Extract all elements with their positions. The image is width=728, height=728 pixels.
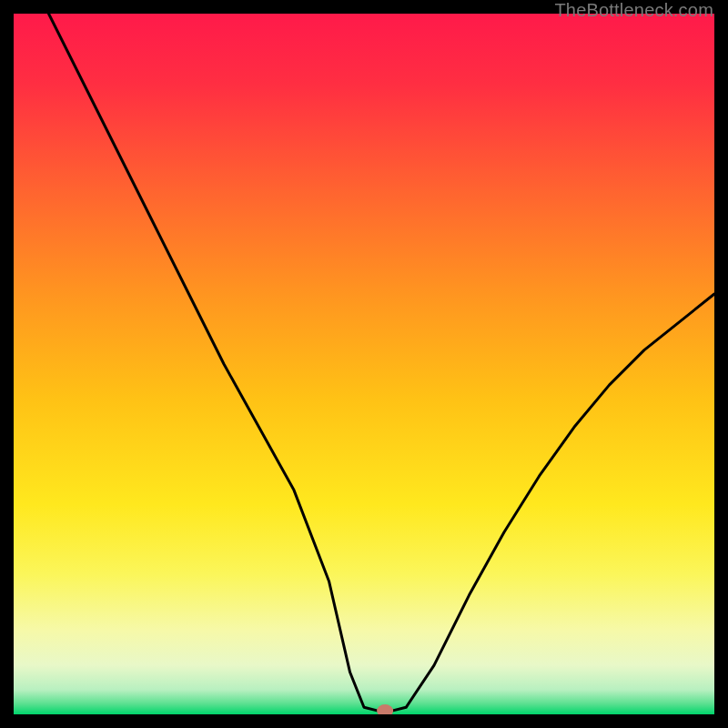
bottleneck-curve bbox=[49, 14, 715, 711]
plot-area bbox=[14, 14, 714, 714]
watermark-text: TheBottleneck.com bbox=[554, 0, 713, 21]
chart-container: TheBottleneck.com bbox=[0, 0, 728, 728]
minimum-marker bbox=[377, 704, 393, 714]
curve-layer bbox=[14, 14, 714, 714]
